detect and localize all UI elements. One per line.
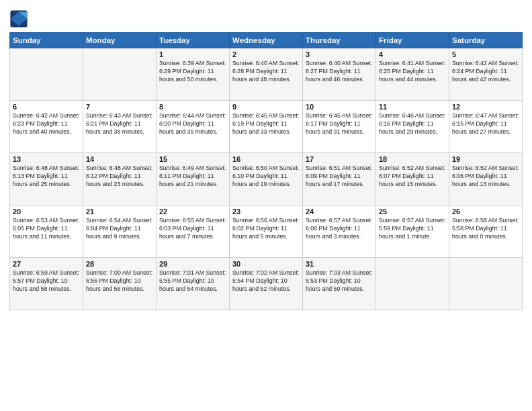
day-number: 24 — [306, 208, 373, 216]
calendar-cell — [449, 258, 523, 310]
calendar-day-header: Tuesday — [157, 33, 230, 48]
day-number: 2 — [232, 50, 300, 58]
calendar-cell: 30Sunrise: 7:02 AM Sunset: 5:54 PM Dayli… — [230, 258, 303, 310]
calendar-cell: 3Sunrise: 6:40 AM Sunset: 6:27 PM Daylig… — [303, 48, 376, 101]
cell-content: Sunrise: 6:46 AM Sunset: 6:16 PM Dayligh… — [379, 112, 446, 136]
day-number: 18 — [379, 155, 446, 163]
calendar-cell: 1Sunrise: 6:39 AM Sunset: 6:29 PM Daylig… — [157, 48, 230, 101]
day-number: 7 — [86, 103, 153, 111]
cell-content: Sunrise: 7:02 AM Sunset: 5:54 PM Dayligh… — [232, 269, 300, 293]
calendar-cell: 8Sunrise: 6:44 AM Sunset: 6:20 PM Daylig… — [157, 101, 230, 153]
calendar-day-header: Sunday — [10, 33, 83, 48]
calendar-week-row: 13Sunrise: 6:48 AM Sunset: 6:13 PM Dayli… — [10, 153, 523, 205]
cell-content: Sunrise: 6:44 AM Sunset: 6:20 PM Dayligh… — [159, 112, 226, 136]
day-number: 8 — [159, 103, 226, 111]
cell-content: Sunrise: 6:59 AM Sunset: 5:57 PM Dayligh… — [13, 269, 80, 293]
calendar-cell: 27Sunrise: 6:59 AM Sunset: 5:57 PM Dayli… — [10, 258, 83, 310]
day-number: 13 — [13, 155, 80, 163]
logo-icon — [9, 9, 28, 28]
day-number: 1 — [159, 50, 226, 58]
day-number: 20 — [13, 208, 80, 216]
cell-content: Sunrise: 6:57 AM Sunset: 5:59 PM Dayligh… — [379, 217, 446, 241]
calendar-cell: 4Sunrise: 6:41 AM Sunset: 6:25 PM Daylig… — [376, 48, 449, 101]
calendar-day-header: Thursday — [303, 33, 376, 48]
cell-content: Sunrise: 6:58 AM Sunset: 5:58 PM Dayligh… — [452, 217, 519, 241]
calendar-cell: 14Sunrise: 6:48 AM Sunset: 6:12 PM Dayli… — [83, 153, 157, 205]
day-number: 11 — [379, 103, 446, 111]
calendar-cell: 26Sunrise: 6:58 AM Sunset: 5:58 PM Dayli… — [449, 205, 523, 258]
calendar-cell: 12Sunrise: 6:47 AM Sunset: 6:15 PM Dayli… — [449, 101, 523, 153]
cell-content: Sunrise: 6:49 AM Sunset: 6:11 PM Dayligh… — [159, 165, 226, 189]
day-number: 15 — [159, 155, 226, 163]
cell-content: Sunrise: 6:56 AM Sunset: 6:02 PM Dayligh… — [232, 217, 300, 241]
day-number: 30 — [232, 260, 300, 268]
cell-content: Sunrise: 6:40 AM Sunset: 6:27 PM Dayligh… — [306, 60, 373, 84]
cell-content: Sunrise: 6:55 AM Sunset: 6:03 PM Dayligh… — [159, 217, 226, 241]
day-number: 21 — [86, 208, 153, 216]
calendar-week-row: 20Sunrise: 6:53 AM Sunset: 6:05 PM Dayli… — [10, 205, 523, 258]
cell-content: Sunrise: 6:47 AM Sunset: 6:15 PM Dayligh… — [452, 112, 519, 136]
cell-content: Sunrise: 6:45 AM Sunset: 6:19 PM Dayligh… — [232, 112, 300, 136]
calendar-cell — [83, 48, 157, 101]
calendar-week-row: 6Sunrise: 6:42 AM Sunset: 6:23 PM Daylig… — [10, 101, 523, 153]
day-number: 28 — [86, 260, 153, 268]
calendar-cell: 11Sunrise: 6:46 AM Sunset: 6:16 PM Dayli… — [376, 101, 449, 153]
calendar-cell: 2Sunrise: 6:40 AM Sunset: 6:28 PM Daylig… — [230, 48, 303, 101]
calendar-cell: 21Sunrise: 6:54 AM Sunset: 6:04 PM Dayli… — [83, 205, 157, 258]
header — [9, 7, 523, 28]
calendar-cell: 9Sunrise: 6:45 AM Sunset: 6:19 PM Daylig… — [230, 101, 303, 153]
day-number: 9 — [232, 103, 300, 111]
cell-content: Sunrise: 6:43 AM Sunset: 6:21 PM Dayligh… — [86, 112, 153, 136]
cell-content: Sunrise: 6:50 AM Sunset: 6:10 PM Dayligh… — [232, 165, 300, 189]
cell-content: Sunrise: 6:39 AM Sunset: 6:29 PM Dayligh… — [159, 60, 226, 84]
calendar-cell — [10, 48, 83, 101]
day-number: 5 — [452, 50, 519, 58]
day-number: 14 — [86, 155, 153, 163]
day-number: 19 — [452, 155, 519, 163]
cell-content: Sunrise: 6:53 AM Sunset: 6:05 PM Dayligh… — [13, 217, 80, 241]
day-number: 3 — [306, 50, 373, 58]
calendar-header-row: SundayMondayTuesdayWednesdayThursdayFrid… — [10, 33, 523, 48]
day-number: 27 — [13, 260, 80, 268]
day-number: 12 — [452, 103, 519, 111]
day-number: 23 — [232, 208, 300, 216]
calendar-cell: 6Sunrise: 6:42 AM Sunset: 6:23 PM Daylig… — [10, 101, 83, 153]
day-number: 4 — [379, 50, 446, 58]
cell-content: Sunrise: 7:03 AM Sunset: 5:53 PM Dayligh… — [306, 269, 373, 293]
cell-content: Sunrise: 6:42 AM Sunset: 6:24 PM Dayligh… — [452, 60, 519, 84]
cell-content: Sunrise: 7:00 AM Sunset: 5:56 PM Dayligh… — [86, 269, 153, 293]
day-number: 25 — [379, 208, 446, 216]
day-number: 16 — [232, 155, 300, 163]
calendar-week-row: 27Sunrise: 6:59 AM Sunset: 5:57 PM Dayli… — [10, 258, 523, 310]
calendar-cell: 22Sunrise: 6:55 AM Sunset: 6:03 PM Dayli… — [157, 205, 230, 258]
cell-content: Sunrise: 6:51 AM Sunset: 6:09 PM Dayligh… — [306, 165, 373, 189]
cell-content: Sunrise: 6:57 AM Sunset: 6:00 PM Dayligh… — [306, 217, 373, 241]
calendar-day-header: Wednesday — [230, 33, 303, 48]
calendar-cell: 19Sunrise: 6:52 AM Sunset: 6:06 PM Dayli… — [449, 153, 523, 205]
calendar-table: SundayMondayTuesdayWednesdayThursdayFrid… — [9, 32, 523, 310]
page-container: SundayMondayTuesdayWednesdayThursdayFrid… — [0, 0, 532, 411]
calendar-cell: 5Sunrise: 6:42 AM Sunset: 6:24 PM Daylig… — [449, 48, 523, 101]
calendar-day-header: Monday — [83, 33, 157, 48]
calendar-cell: 24Sunrise: 6:57 AM Sunset: 6:00 PM Dayli… — [303, 205, 376, 258]
cell-content: Sunrise: 6:40 AM Sunset: 6:28 PM Dayligh… — [232, 60, 300, 84]
day-number: 6 — [13, 103, 80, 111]
cell-content: Sunrise: 7:01 AM Sunset: 5:55 PM Dayligh… — [159, 269, 226, 293]
calendar-cell: 31Sunrise: 7:03 AM Sunset: 5:53 PM Dayli… — [303, 258, 376, 310]
calendar-cell: 17Sunrise: 6:51 AM Sunset: 6:09 PM Dayli… — [303, 153, 376, 205]
calendar-cell: 29Sunrise: 7:01 AM Sunset: 5:55 PM Dayli… — [157, 258, 230, 310]
cell-content: Sunrise: 6:48 AM Sunset: 6:12 PM Dayligh… — [86, 165, 153, 189]
calendar-cell: 25Sunrise: 6:57 AM Sunset: 5:59 PM Dayli… — [376, 205, 449, 258]
cell-content: Sunrise: 6:42 AM Sunset: 6:23 PM Dayligh… — [13, 112, 80, 136]
day-number: 22 — [159, 208, 226, 216]
calendar-cell: 23Sunrise: 6:56 AM Sunset: 6:02 PM Dayli… — [230, 205, 303, 258]
calendar-cell: 20Sunrise: 6:53 AM Sunset: 6:05 PM Dayli… — [10, 205, 83, 258]
day-number: 17 — [306, 155, 373, 163]
day-number: 29 — [159, 260, 226, 268]
cell-content: Sunrise: 6:52 AM Sunset: 6:07 PM Dayligh… — [379, 165, 446, 189]
calendar-cell: 15Sunrise: 6:49 AM Sunset: 6:11 PM Dayli… — [157, 153, 230, 205]
logo — [9, 9, 31, 28]
day-number: 31 — [306, 260, 373, 268]
calendar-cell: 7Sunrise: 6:43 AM Sunset: 6:21 PM Daylig… — [83, 101, 157, 153]
calendar-cell: 18Sunrise: 6:52 AM Sunset: 6:07 PM Dayli… — [376, 153, 449, 205]
